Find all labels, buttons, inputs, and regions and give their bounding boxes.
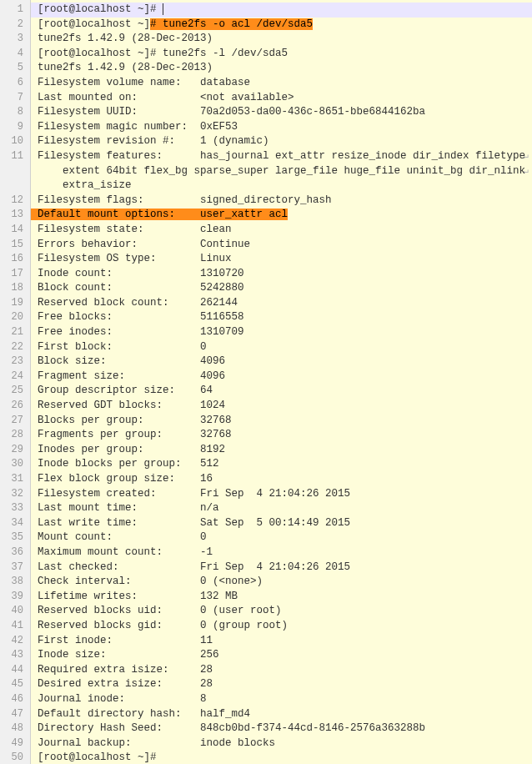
code-line: Reserved blocks uid: 0 (user root) <box>38 604 532 619</box>
line-number: 50 <box>0 751 30 764</box>
line-number: 21 <box>0 325 30 340</box>
line-number: 4 <box>0 47 30 62</box>
code-line: Last mount time: n/a <box>38 501 532 516</box>
line-number: 25 <box>0 384 30 399</box>
code-line: Directory Hash Seed: 848cb0bd-f374-44cd-… <box>38 721 532 736</box>
highlighted-row: Default mount options: user_xattr acl <box>31 209 288 220</box>
code-line: [root@localhost ~]# tune2fs -o acl /dev/… <box>38 18 532 33</box>
code-line: First inode: 11 <box>38 634 532 649</box>
line-number: 28 <box>0 428 30 443</box>
line-number: 2 <box>0 18 30 33</box>
code-line: Default mount options: user_xattr acl <box>31 208 532 223</box>
line-number: 31 <box>0 472 30 487</box>
line-number: 19 <box>0 296 30 311</box>
code-line: Last mounted on: <not available> <box>38 91 532 106</box>
code-line: Filesystem created: Fri Sep 4 21:04:26 2… <box>38 487 532 502</box>
line-number: 3 <box>0 32 30 47</box>
code-line: Errors behavior: Continue <box>38 238 532 253</box>
code-line: Free blocks: 5116558 <box>38 310 532 325</box>
code-line: ↵Filesystem features: has_journal ext_at… <box>38 149 532 164</box>
code-line: Filesystem flags: signed_directory_hash <box>38 194 532 209</box>
line-number: 29 <box>0 443 30 458</box>
code-line: Required extra isize: 28 <box>38 663 532 678</box>
code-line: tune2fs 1.42.9 (28-Dec-2013) <box>38 32 532 47</box>
line-number: 10 <box>0 134 30 149</box>
code-line: Blocks per group: 32768 <box>38 414 532 429</box>
code-line: Maximum mount count: -1 <box>38 545 532 560</box>
code-line: Reserved blocks gid: 0 (group root) <box>38 619 532 634</box>
line-number: 11 <box>0 149 30 164</box>
line-number: 7 <box>0 91 30 106</box>
line-number: 30 <box>0 457 30 472</box>
code-line: Mount count: 0 <box>38 530 532 545</box>
code-line: Inode blocks per group: 512 <box>38 457 532 472</box>
line-number: 6 <box>0 76 30 91</box>
line-number: 20 <box>0 310 30 325</box>
code-line: Block size: 4096 <box>38 354 532 369</box>
code-line: Journal backup: inode blocks <box>38 736 532 751</box>
line-number: 32 <box>0 487 30 502</box>
line-number: 37 <box>0 560 30 576</box>
line-number: 14 <box>0 223 30 238</box>
line-number: 36 <box>0 545 30 560</box>
line-number: 35 <box>0 530 30 545</box>
line-number: 18 <box>0 281 30 296</box>
line-number: 38 <box>0 575 30 590</box>
code-line: First block: 0 <box>38 340 532 355</box>
editor-container: 1234567891011121314151617181920212223242… <box>0 0 532 764</box>
code-line: Reserved block count: 262144 <box>38 296 532 311</box>
line-number: 16 <box>0 252 30 267</box>
code-line: tune2fs 1.42.9 (28-Dec-2013) <box>38 61 532 76</box>
line-number: 33 <box>0 501 30 516</box>
line-number: 46 <box>0 692 30 707</box>
line-number-gutter: 1234567891011121314151617181920212223242… <box>0 0 31 764</box>
line-number: 5 <box>0 61 30 76</box>
code-line: Default directory hash: half_md4 <box>38 707 532 722</box>
line-number: 45 <box>0 677 30 692</box>
line-number: 13 <box>0 208 30 223</box>
line-number: 27 <box>0 414 30 429</box>
line-number: 1 <box>0 3 30 18</box>
code-line: Filesystem magic number: 0xEF53 <box>38 120 532 135</box>
code-line: Block count: 5242880 <box>38 281 532 296</box>
code-line: Free inodes: 1310709 <box>38 325 532 340</box>
code-line: extra_isize <box>38 178 532 194</box>
code-line: Filesystem UUID: 70a2d053-da00-436c-8651… <box>38 105 532 120</box>
code-line: Inodes per group: 8192 <box>38 443 532 458</box>
code-line: Filesystem revision #: 1 (dynamic) <box>38 134 532 149</box>
code-line: Lifetime writes: 132 MB <box>38 590 532 605</box>
line-number: 17 <box>0 267 30 282</box>
code-line: [root@localhost ~]# <box>38 3 532 18</box>
code-line: Last write time: Sat Sep 5 00:14:49 2015 <box>38 516 532 531</box>
line-number <box>0 164 30 179</box>
text-cursor <box>163 3 163 15</box>
line-number: 47 <box>0 707 30 722</box>
line-number: 12 <box>0 194 30 209</box>
line-number: 42 <box>0 634 30 649</box>
line-number: 43 <box>0 648 30 663</box>
code-line: Desired extra isize: 28 <box>38 677 532 692</box>
highlighted-command: # tune2fs -o acl /dev/sda5 <box>150 18 313 30</box>
line-number: 9 <box>0 120 30 135</box>
code-editor[interactable]: [root@localhost ~]# [root@localhost ~]# … <box>31 0 532 764</box>
code-line: Check interval: 0 (<none>) <box>38 575 532 590</box>
code-line: Fragment size: 4096 <box>38 369 532 385</box>
line-number: 23 <box>0 354 30 369</box>
line-number: 8 <box>0 105 30 120</box>
code-line: Filesystem volume name: database <box>38 76 532 91</box>
code-line: Reserved GDT blocks: 1024 <box>38 399 532 414</box>
line-number: 26 <box>0 399 30 414</box>
code-line: ↵ extent 64bit flex_bg sparse_super larg… <box>38 164 532 179</box>
code-line: [root@localhost ~]# <box>38 751 532 764</box>
line-number <box>0 178 30 194</box>
code-line: Last checked: Fri Sep 4 21:04:26 2015 <box>38 560 532 576</box>
line-number: 22 <box>0 340 30 355</box>
line-number: 24 <box>0 369 30 385</box>
line-number: 41 <box>0 619 30 634</box>
code-line: Filesystem state: clean <box>38 223 532 238</box>
code-line: Flex block group size: 16 <box>38 472 532 487</box>
line-number: 49 <box>0 736 30 751</box>
line-number: 15 <box>0 238 30 253</box>
line-number: 39 <box>0 590 30 605</box>
code-line: Group descriptor size: 64 <box>38 384 532 399</box>
